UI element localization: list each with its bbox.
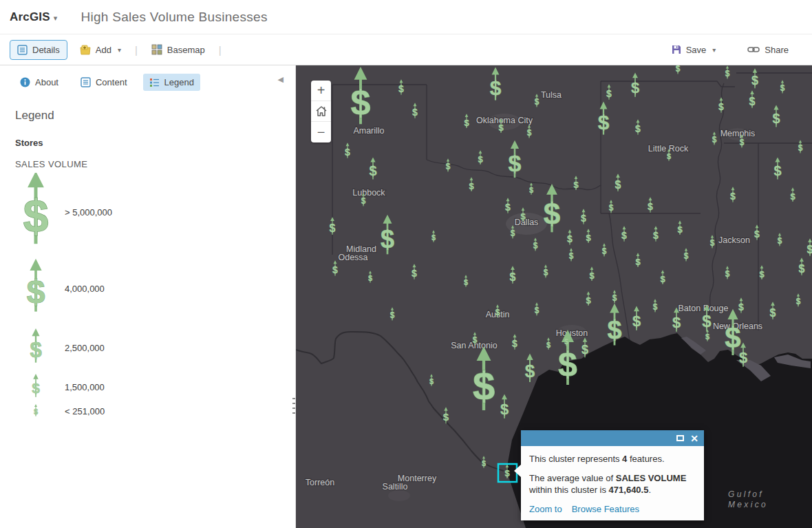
svg-text:$: $ bbox=[504, 468, 510, 478]
zoom-controls: + − bbox=[311, 81, 331, 142]
svg-text:$: $ bbox=[676, 65, 681, 74]
svg-text:$: $ bbox=[412, 268, 417, 279]
svg-text:$: $ bbox=[770, 307, 776, 319]
zoom-in-button[interactable]: + bbox=[311, 81, 331, 101]
svg-text:$: $ bbox=[615, 179, 621, 191]
chevron-down-icon[interactable]: ▾ bbox=[54, 14, 58, 23]
svg-text:$: $ bbox=[780, 83, 785, 93]
svg-text:$: $ bbox=[512, 338, 517, 349]
svg-text:$: $ bbox=[660, 274, 665, 284]
basemap-button[interactable]: Basemap bbox=[145, 40, 212, 59]
share-link-icon bbox=[747, 46, 760, 53]
dollar-symbol[interactable]: $ bbox=[34, 404, 38, 416]
city-label: Lubbock bbox=[352, 188, 385, 198]
toolbar: Details Add ▾ | Basemap | Save ▾ Share bbox=[0, 34, 812, 65]
svg-text:$: $ bbox=[586, 233, 591, 243]
svg-text:$: $ bbox=[390, 310, 395, 320]
svg-text:$: $ bbox=[569, 251, 574, 261]
divider-grip[interactable] bbox=[292, 398, 295, 416]
legend-class-label: 4,000,000 bbox=[65, 284, 105, 294]
dollar-symbol[interactable]: $ bbox=[23, 173, 49, 244]
close-icon[interactable]: ✕ bbox=[690, 434, 698, 443]
legend-class-label: < 251,000 bbox=[65, 406, 105, 416]
svg-text:$: $ bbox=[684, 251, 689, 261]
dollar-symbol[interactable]: $ bbox=[27, 259, 45, 312]
svg-text:$: $ bbox=[381, 225, 394, 253]
legend-field-name: SALES VOLUME bbox=[15, 159, 292, 169]
arcgis-logo[interactable]: ArcGIS bbox=[10, 10, 50, 24]
svg-text:$: $ bbox=[712, 135, 717, 145]
svg-text:$: $ bbox=[631, 79, 639, 96]
svg-text:$: $ bbox=[667, 152, 671, 160]
popup-body: This cluster represents 4 features. The … bbox=[521, 446, 704, 496]
add-button[interactable]: Add ▾ bbox=[73, 41, 128, 59]
page-title: High Sales Volume Businesses bbox=[81, 10, 267, 25]
svg-text:$: $ bbox=[754, 229, 760, 240]
svg-text:$: $ bbox=[527, 128, 532, 138]
browse-features-link[interactable]: Browse Features bbox=[572, 504, 639, 514]
toolbar-separator: | bbox=[135, 44, 138, 56]
svg-text:$: $ bbox=[772, 111, 780, 126]
svg-text:$: $ bbox=[412, 107, 418, 118]
city-label: Amarillo bbox=[353, 126, 384, 136]
city-label: Saltillo bbox=[383, 482, 408, 492]
legend-class-label: 1,500,000 bbox=[65, 382, 105, 392]
dollar-symbol[interactable]: $ bbox=[30, 328, 41, 363]
svg-text:$: $ bbox=[621, 230, 627, 241]
svg-text:$: $ bbox=[34, 408, 38, 416]
legend-heading: Legend bbox=[15, 109, 292, 123]
popup-header[interactable]: ✕ bbox=[521, 430, 704, 446]
svg-text:$: $ bbox=[677, 224, 683, 235]
tab-about[interactable]: About bbox=[14, 74, 65, 91]
svg-text:$: $ bbox=[478, 154, 483, 165]
svg-text:$: $ bbox=[490, 76, 502, 99]
tab-legend[interactable]: Legend bbox=[143, 74, 200, 91]
svg-text:$: $ bbox=[429, 377, 434, 386]
zoom-to-link[interactable]: Zoom to bbox=[529, 504, 562, 514]
svg-text:$: $ bbox=[511, 229, 515, 238]
legend-list-icon bbox=[149, 77, 160, 87]
home-button[interactable] bbox=[311, 101, 331, 122]
collapse-panel-icon[interactable]: ◀ bbox=[278, 75, 284, 84]
svg-text:$: $ bbox=[398, 83, 404, 94]
tab-content[interactable]: Content bbox=[74, 74, 133, 91]
content-icon bbox=[81, 77, 91, 87]
city-label: Odessa bbox=[338, 253, 367, 262]
svg-text:$: $ bbox=[773, 163, 781, 178]
share-button[interactable]: Share bbox=[740, 41, 795, 59]
svg-text:$: $ bbox=[573, 180, 579, 190]
svg-text:$: $ bbox=[807, 244, 812, 255]
dollar-symbol[interactable]: $ bbox=[676, 65, 681, 74]
svg-text:$: $ bbox=[330, 222, 336, 234]
zoom-out-button[interactable]: − bbox=[311, 122, 331, 142]
svg-text:$: $ bbox=[725, 269, 730, 279]
dollar-symbol[interactable]: $ bbox=[32, 374, 40, 397]
svg-text:$: $ bbox=[672, 314, 681, 331]
chevron-down-icon: ▾ bbox=[712, 46, 716, 54]
legend-row: $ 4,000,000 bbox=[7, 256, 292, 321]
svg-text:$: $ bbox=[443, 411, 449, 423]
details-button[interactable]: Details bbox=[10, 40, 67, 60]
map-canvas[interactable]: AmarilloTulsaOklahoma CityLittle RockMem… bbox=[296, 65, 812, 528]
legend-class-label: 2,500,000 bbox=[65, 343, 105, 353]
svg-text:$: $ bbox=[702, 312, 712, 330]
maximize-icon[interactable] bbox=[676, 435, 684, 441]
chevron-down-icon: ▾ bbox=[118, 46, 121, 54]
svg-text:$: $ bbox=[738, 302, 744, 313]
svg-text:$: $ bbox=[581, 213, 586, 224]
svg-text:$: $ bbox=[30, 338, 41, 362]
dollar-symbol-legend: $ bbox=[7, 173, 62, 251]
save-button[interactable]: Save ▾ bbox=[665, 41, 723, 59]
svg-text:$: $ bbox=[431, 233, 436, 242]
svg-text:$: $ bbox=[544, 268, 548, 277]
legend-row: $ 2,500,000 bbox=[7, 326, 292, 369]
svg-text:$: $ bbox=[351, 83, 371, 123]
svg-text:$: $ bbox=[520, 211, 526, 222]
legend-row: $ < 251,000 bbox=[7, 402, 292, 420]
svg-text:$: $ bbox=[705, 332, 709, 341]
svg-text:$: $ bbox=[332, 264, 338, 275]
svg-text:$: $ bbox=[473, 363, 495, 408]
home-icon bbox=[315, 105, 328, 117]
svg-text:$: $ bbox=[469, 181, 474, 191]
add-label: Add bbox=[96, 45, 111, 55]
